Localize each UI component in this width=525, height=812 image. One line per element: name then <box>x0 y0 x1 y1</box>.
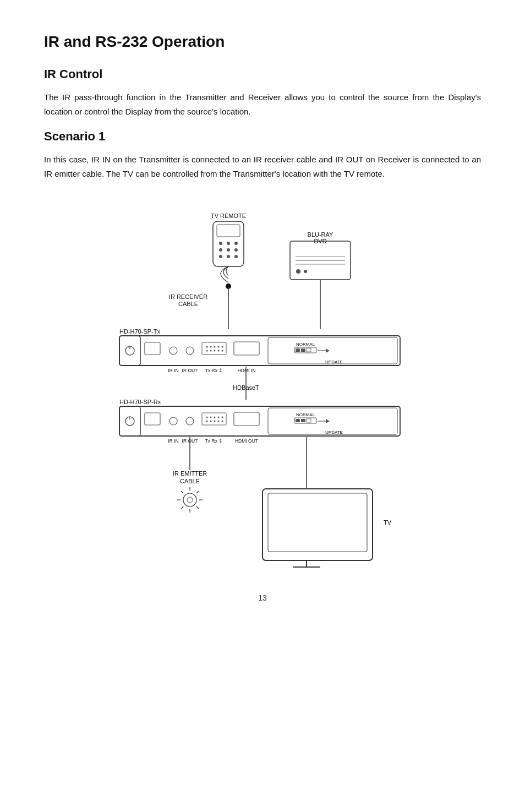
tx-irout-label: IR OUT <box>182 368 198 373</box>
svg-point-36 <box>218 350 220 352</box>
svg-point-10 <box>234 255 238 258</box>
bluray-label: BLU-RAY <box>308 231 334 238</box>
svg-line-84 <box>181 506 183 509</box>
svg-rect-47 <box>119 406 400 436</box>
rx-hdmiout-label: HDMI OUT <box>235 438 258 444</box>
svg-rect-24 <box>145 342 160 355</box>
svg-rect-51 <box>145 413 160 425</box>
rx-update-label: UPDATE <box>325 430 343 435</box>
svg-point-57 <box>214 417 216 418</box>
svg-rect-54 <box>202 413 226 425</box>
svg-line-83 <box>196 491 199 493</box>
svg-point-76 <box>187 497 193 503</box>
svg-rect-41 <box>296 348 300 352</box>
svg-point-75 <box>183 493 196 506</box>
svg-rect-85 <box>262 489 373 560</box>
svg-line-81 <box>181 491 183 493</box>
svg-rect-68 <box>296 419 300 422</box>
rx-label: HD-H70-SP-Rx <box>119 399 161 405</box>
ir-receiver-label2: CABLE <box>178 301 198 307</box>
svg-point-60 <box>206 421 208 422</box>
dvd-label: DVD <box>314 238 326 244</box>
svg-rect-69 <box>301 419 305 422</box>
tx-normal-label: NORMAL <box>296 342 315 347</box>
svg-point-28 <box>206 346 208 348</box>
rx-irin-label: IR IN <box>168 438 178 444</box>
diagram-area: TV REMOTE IR RECEIVER CABLE <box>44 197 481 571</box>
section1-title: IR Control <box>44 67 481 81</box>
svg-point-55 <box>206 417 208 418</box>
svg-rect-42 <box>301 348 305 352</box>
svg-point-7 <box>234 248 238 252</box>
svg-marker-45 <box>326 348 330 353</box>
svg-point-37 <box>222 350 223 352</box>
tx-hdmiin-label: HDMI IN <box>238 368 256 373</box>
svg-rect-48 <box>119 406 140 436</box>
svg-point-34 <box>210 350 212 352</box>
svg-rect-70 <box>307 419 311 422</box>
section2-title: Scenario 1 <box>44 129 481 144</box>
svg-rect-43 <box>307 348 311 352</box>
svg-rect-86 <box>268 493 367 552</box>
svg-point-52 <box>169 417 177 425</box>
page-title: IR and RS-232 Operation <box>44 33 481 51</box>
ir-emitter-label2: CABLE <box>180 478 200 484</box>
svg-point-9 <box>227 255 230 258</box>
svg-point-31 <box>218 346 220 348</box>
svg-point-17 <box>296 269 300 274</box>
svg-point-5 <box>219 248 222 252</box>
svg-point-56 <box>210 417 212 418</box>
diagram-svg: TV REMOTE IR RECEIVER CABLE <box>92 197 433 571</box>
svg-point-59 <box>222 417 223 418</box>
svg-line-82 <box>196 506 199 509</box>
svg-rect-65 <box>234 412 259 426</box>
svg-point-29 <box>210 346 212 348</box>
tx-update-label: UPDATE <box>325 359 343 364</box>
svg-point-35 <box>214 350 216 352</box>
svg-point-58 <box>218 417 220 418</box>
section2-text: In this case, IR IN on the Transmitter i… <box>44 152 481 181</box>
svg-rect-27 <box>202 342 226 355</box>
ir-receiver-label: IR RECEIVER <box>169 293 207 300</box>
svg-rect-38 <box>234 342 259 355</box>
tv-label: TV <box>384 519 392 526</box>
svg-point-6 <box>227 248 230 252</box>
tx-txrx-label: Tx Rx ⇕ <box>205 368 223 373</box>
svg-point-3 <box>227 242 230 245</box>
svg-point-18 <box>304 270 307 273</box>
svg-rect-20 <box>119 336 400 366</box>
tv-remote-label: TV REMOTE <box>211 212 246 219</box>
svg-rect-21 <box>119 336 140 366</box>
svg-point-61 <box>210 421 212 422</box>
svg-point-8 <box>219 255 222 258</box>
svg-rect-1 <box>217 225 240 237</box>
svg-point-64 <box>222 421 223 422</box>
svg-point-53 <box>186 417 194 425</box>
svg-point-4 <box>234 242 238 245</box>
svg-point-33 <box>206 350 208 352</box>
page-content: IR and RS-232 Operation IR Control The I… <box>0 0 525 635</box>
rx-normal-label: NORMAL <box>296 412 315 417</box>
svg-marker-72 <box>326 419 330 423</box>
rx-txrx-label: Tx Rx ⇕ <box>205 438 223 444</box>
svg-point-2 <box>219 242 222 245</box>
svg-point-63 <box>218 421 220 422</box>
tx-irin-label: IR IN <box>168 368 178 373</box>
section1-text: The IR pass-through function in the Tran… <box>44 90 481 118</box>
page-number: 13 <box>44 593 481 602</box>
svg-point-62 <box>214 421 216 422</box>
svg-point-32 <box>222 346 223 348</box>
ir-emitter-label: IR EMITTER <box>173 470 207 477</box>
svg-point-26 <box>186 347 194 355</box>
tx-label: HD-H70-SP-Tx <box>119 328 160 335</box>
svg-point-30 <box>214 346 216 348</box>
svg-point-25 <box>169 347 177 355</box>
